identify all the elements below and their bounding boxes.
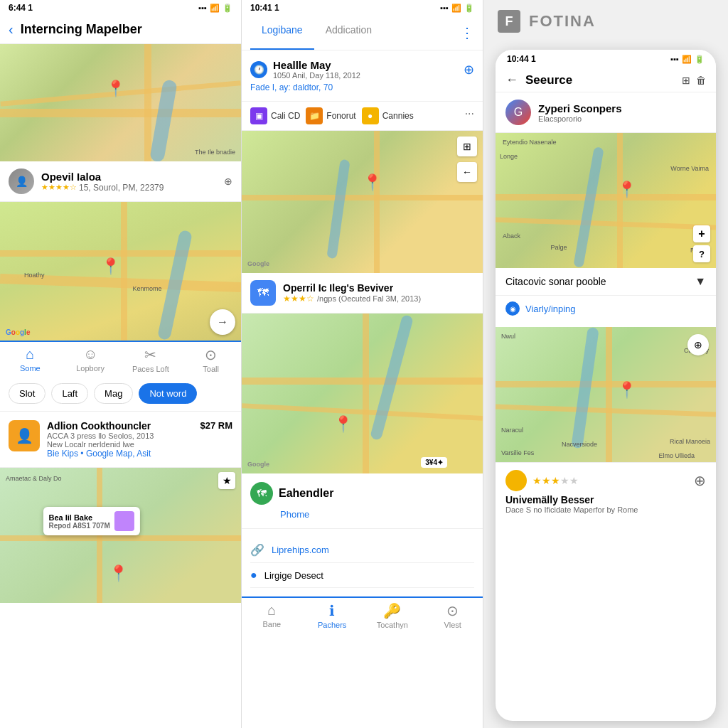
phone-status-icons: ▪▪▪ 📶 🔋: [670, 54, 705, 64]
tag-icon-cali: ▣: [250, 107, 267, 124]
biz-icon: 🗺: [250, 482, 273, 505]
nav-item-paces[interactable]: ✂ Paces Loft: [121, 346, 181, 373]
mini-map-1[interactable]: Amaetac & Daly Do Bea lil Bake Repod A8S…: [0, 468, 241, 603]
filter-slot[interactable]: Slot: [9, 383, 46, 404]
signal-icon: ▪▪▪: [198, 4, 207, 12]
place-name-1: Opevil Ialoa: [41, 171, 164, 183]
phone-signal-icon: ▪▪▪: [670, 55, 679, 63]
nav-tocathyn[interactable]: 🔑 Tocathyn: [363, 602, 423, 629]
rating-move-icon[interactable]: ⊕: [694, 472, 706, 489]
phone-back-button[interactable]: ←: [505, 73, 518, 87]
nav-item-some[interactable]: ⌂ Some: [0, 346, 60, 373]
map-pin-mini: 📍: [109, 564, 128, 583]
google-logo-p2: Google: [247, 256, 269, 269]
nav-pachers[interactable]: ℹ Pachers: [302, 602, 363, 629]
map-section-p2[interactable]: 📍 Google ⊞ ←: [242, 131, 483, 273]
zoom-plus-button[interactable]: +: [693, 225, 710, 242]
source-card[interactable]: G Zyperi Sconpers Elacspororio: [496, 92, 716, 133]
nav-item-toall[interactable]: ⊙ Toall: [181, 346, 241, 373]
place-result-p2[interactable]: 🗺 Operril Ic Ileg's Beviver ★★★☆ /ngps (…: [242, 273, 483, 314]
phone-map-pin-2: 📍: [617, 381, 636, 400]
nav-vlest[interactable]: ⊙ Vlest: [422, 602, 483, 629]
detail-row-website[interactable]: 🔗 Liprehips.com: [250, 537, 474, 563]
result-card-1[interactable]: 👤 Adlion Cookthouncler $27 RM ACCA 3 pre…: [0, 412, 241, 468]
map-label-1: The Ile bnadie: [195, 149, 235, 156]
tag-fonorut[interactable]: 📁 Fonorut: [306, 107, 355, 124]
fotina-branding: F FOTINA: [483, 0, 728, 43]
tab-addication[interactable]: Addication: [314, 16, 383, 50]
map-expand-button[interactable]: ⊞: [457, 136, 477, 156]
phone-map-label-worne: Worne Vaima: [670, 165, 709, 172]
page-title-p1: Interncing Mapelber: [21, 22, 142, 37]
filter-bar: Slot Laft Mag Not word: [0, 376, 241, 412]
tag-overflow-icon[interactable]: ···: [465, 107, 474, 124]
place-stars-1: ★★★★☆: [41, 183, 77, 192]
place-card-1[interactable]: 👤 Opevil Ialoa ★★★★☆ 15, Sourol, PM, 223…: [0, 161, 241, 202]
tag-cannies[interactable]: ● Cannies: [362, 107, 414, 124]
map-back-button[interactable]: ←: [457, 162, 477, 182]
phone-grid-icon[interactable]: ⊞: [682, 75, 690, 86]
rating-place-sub: Dace S no Ificidate Maperfor by Rome: [505, 505, 706, 514]
rating-stars-filled: ★★★: [532, 475, 560, 486]
phone-map-2[interactable]: 📍 Nwul Cathway Naracul Nacversiode Rical…: [496, 327, 716, 462]
website-icon: 🔗: [250, 543, 264, 557]
biz-sub: Phome: [280, 509, 474, 520]
navigate-button[interactable]: →: [210, 309, 235, 335]
info-clock-icon: 🕐: [250, 61, 267, 78]
filter-mag[interactable]: Mag: [94, 383, 133, 404]
tab-logibane[interactable]: Logibane: [250, 16, 314, 50]
link-row[interactable]: ◉ Viarly/inping: [496, 296, 716, 321]
tooltip-image: [114, 511, 134, 531]
dropdown-arrow-icon[interactable]: ▼: [695, 275, 706, 288]
phone-time: 10:44 1: [507, 54, 536, 64]
detail-row-address[interactable]: ● Lirgige Desect: [250, 563, 474, 588]
tab-more-icon[interactable]: ⋮: [460, 16, 474, 50]
filter-not-word[interactable]: Not word: [139, 383, 197, 404]
map-section2-p2[interactable]: 📍 3¥4✦ Google: [242, 314, 483, 473]
bottom-nav-p1: ⌂ Some ☺ Lopbory ✂ Paces Loft ⊙ Toall: [0, 341, 241, 376]
detail-website[interactable]: Liprehips.com: [272, 545, 329, 555]
place-avatar-1: 👤: [9, 168, 34, 194]
star-button[interactable]: ★: [218, 472, 235, 489]
map-view-2[interactable]: 📍 Hoathy Kenmome Google →: [0, 202, 241, 341]
back-button-p1[interactable]: ‹: [9, 21, 14, 38]
filter-laft[interactable]: Laft: [51, 383, 88, 404]
info-name: Heallle May: [273, 59, 360, 71]
result-name-1: Adlion Cookthouncler: [47, 420, 151, 432]
phone-trash-icon[interactable]: 🗑: [696, 75, 706, 86]
phone-map-label-longe: Longe: [500, 153, 518, 160]
link-text[interactable]: Viarly/inping: [525, 304, 576, 314]
more-icon: ⊙: [205, 346, 217, 363]
key-icon-p2: 🔑: [383, 602, 401, 619]
tooltip-name: Bea lil Bake: [48, 513, 109, 522]
tooltip-sub: Repod A8S1 707M: [48, 522, 109, 530]
saved-icon: ☺: [83, 346, 97, 363]
result-desc-1: ACCA 3 press llo Seolos, 2013: [47, 432, 232, 440]
tag-cali[interactable]: ▣ Cali CD: [250, 107, 300, 124]
ph-map2-label1: Nwul: [501, 333, 515, 340]
map-distance-label: 3¥4✦: [421, 457, 447, 468]
place-action-icon-1[interactable]: ⊕: [224, 176, 232, 187]
dropdown-row[interactable]: Citacovic sonar pooble ▼: [496, 268, 716, 296]
rating-stars-empty: ★★: [560, 475, 579, 486]
ph-map2-label7: Elmo Ullieda: [658, 452, 695, 459]
info-link[interactable]: Fade I, ay: daldtor, 70: [250, 82, 474, 92]
result-tag-1: New Localr nerldenid lwe: [47, 440, 232, 449]
ph-map2-label6: Varsilie Fes: [501, 449, 534, 456]
navigate-icon-phone[interactable]: ⊕: [687, 334, 709, 355]
wifi-icon: 📶: [210, 4, 220, 13]
nav-item-lopbory[interactable]: ☺ Lopbory: [60, 346, 121, 373]
fotina-logo-icon: F: [498, 10, 520, 33]
nav-bane[interactable]: ⌂ Bane: [242, 602, 302, 629]
bluetooth-icon[interactable]: ⊕: [464, 62, 474, 77]
place-result-name: Operril Ic Ileg's Beviver: [283, 282, 421, 294]
zoom-question-button[interactable]: ?: [693, 245, 710, 262]
phone-map[interactable]: 📍 Eytendio Nasenale Longe Worne Vaima Ab…: [496, 133, 716, 268]
map-label-hoathy: Hoathy: [24, 272, 45, 279]
result-links-1[interactable]: Bie Kips • Google Map, Asit: [47, 449, 232, 459]
map-view-1[interactable]: 📍 The Ile bnadie: [0, 44, 241, 161]
status-bar-p2: 10:41 1 ▪▪▪ 📶 🔋: [242, 0, 483, 16]
info-icon-p2: ℹ: [329, 602, 335, 619]
phone-header: ← Seeurce ⊞ 🗑: [496, 68, 716, 92]
rating-avatar: [505, 470, 527, 491]
